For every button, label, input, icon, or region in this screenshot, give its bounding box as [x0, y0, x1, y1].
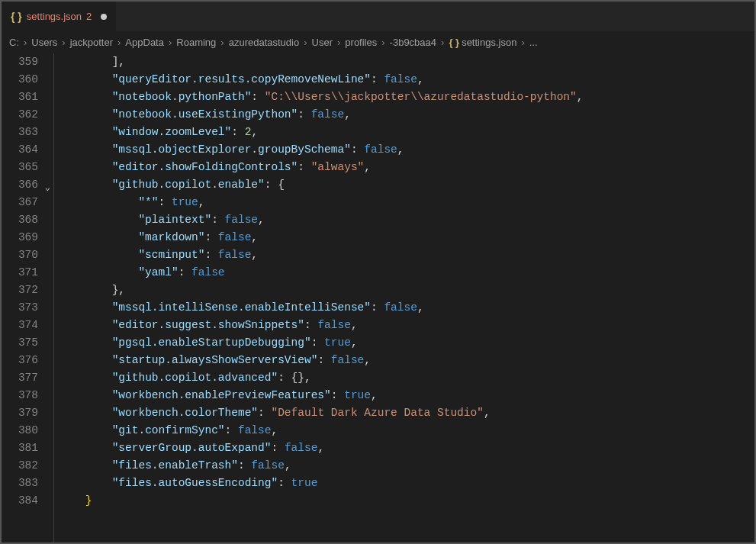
token-str: "C:\\Users\\jackpotter\\azuredatastudio-…	[265, 91, 577, 103]
code-line[interactable]: "editor.showFoldingControls": "always",	[59, 159, 754, 176]
code-line[interactable]: "queryEditor.results.copyRemoveNewLine":…	[59, 71, 754, 89]
tab-filename: settings.json	[27, 11, 82, 22]
chevron-right-icon: ›	[520, 37, 526, 48]
chevron-right-icon: ›	[60, 37, 66, 48]
breadcrumb-label: profiles	[345, 37, 377, 48]
code-line[interactable]: },	[59, 282, 754, 299]
line-number: 366⌄	[2, 176, 49, 194]
json-file-icon: { }	[11, 11, 22, 23]
token-punc: :	[265, 179, 278, 191]
token-punc: ,	[417, 73, 424, 85]
token-punc: :	[159, 196, 172, 208]
line-number: 383	[2, 475, 49, 492]
code-line[interactable]: "plaintext": false,	[59, 211, 754, 229]
code-line[interactable]: "workbench.colorTheme": "Default Dark Az…	[59, 404, 754, 422]
code-line[interactable]: }	[59, 492, 754, 510]
token-key: "workbench.enablePreviewFeatures"	[112, 389, 331, 401]
token-punc: ,	[317, 442, 324, 454]
line-number: 371	[2, 264, 49, 282]
code-line[interactable]: "notebook.pythonPath": "C:\\Users\\jackp…	[59, 89, 754, 106]
breadcrumb-label: settings.json	[462, 37, 516, 48]
json-file-icon: { }	[449, 37, 459, 48]
token-punc: :	[371, 301, 384, 314]
code-line[interactable]: "window.zoomLevel": 2,	[59, 124, 754, 141]
token-key: "notebook.useExistingPython"	[112, 108, 298, 121]
line-number: 360	[2, 71, 49, 89]
code-line[interactable]: "scminput": false,	[59, 246, 754, 264]
code-line[interactable]: "github.copilot.enable": {	[59, 176, 754, 194]
code-line[interactable]: ],	[59, 53, 754, 71]
token-bool: false	[225, 214, 259, 226]
chevron-right-icon: ›	[439, 37, 446, 48]
chevron-right-icon: ›	[22, 37, 28, 48]
token-punc: :	[231, 126, 244, 138]
token-punc: ,	[285, 459, 291, 472]
token-key: "github.copilot.advanced"	[112, 372, 278, 384]
token-punc: :	[371, 73, 384, 85]
breadcrumb-item[interactable]: azuredatastudio	[229, 37, 300, 48]
token-bool: true	[324, 336, 351, 349]
line-number: 381	[2, 439, 49, 457]
breadcrumb-item[interactable]: ...	[529, 37, 538, 48]
token-punc: :	[238, 459, 251, 472]
token-bool: false	[218, 249, 252, 261]
code-line[interactable]: "mssql.objectExplorer.groupBySchema": fa…	[59, 141, 754, 159]
editor[interactable]: 359360361362363364365366⌄367368369370371…	[2, 53, 754, 542]
tab-settings-json[interactable]: { } settings.json 2	[2, 2, 117, 31]
breadcrumb-item[interactable]: Roaming	[176, 37, 216, 48]
token-bool: false	[384, 73, 417, 85]
code-line[interactable]: "files.enableTrash": false,	[59, 457, 754, 475]
token-bool: false	[218, 231, 252, 243]
code-line[interactable]: "markdown": false,	[59, 229, 754, 246]
breadcrumb-item[interactable]: Users	[31, 37, 57, 48]
breadcrumb-label: azuredatastudio	[229, 37, 300, 48]
code-content[interactable]: ], "queryEditor.results.copyRemoveNewLin…	[53, 53, 754, 542]
line-number: 372	[2, 282, 49, 299]
token-punc: ,	[251, 126, 258, 138]
token-key: "mssql.objectExplorer.groupBySchema"	[112, 143, 351, 156]
dirty-indicator-icon[interactable]	[101, 14, 107, 20]
line-number: 363	[2, 124, 49, 141]
token-key: "workbench.colorTheme"	[112, 407, 258, 419]
breadcrumb-item[interactable]: AppData	[125, 37, 164, 48]
token-key: "pgsql.enableStartupDebugging"	[112, 336, 311, 349]
breadcrumb-item[interactable]: profiles	[345, 37, 377, 48]
code-line[interactable]: "git.confirmSync": false,	[59, 422, 754, 439]
code-line[interactable]: "yaml": false	[59, 264, 754, 282]
code-line[interactable]: "workbench.enablePreviewFeatures": true,	[59, 387, 754, 404]
token-key: "notebook.pythonPath"	[112, 91, 252, 103]
token-punc: :	[298, 161, 310, 173]
code-line[interactable]: "serverGroup.autoExpand": false,	[59, 439, 754, 457]
code-line[interactable]: "notebook.useExistingPython": false,	[59, 106, 754, 124]
token-key: "files.enableTrash"	[112, 459, 238, 472]
code-line[interactable]: "*": true,	[59, 194, 754, 211]
code-line[interactable]: "github.copilot.advanced": {},	[59, 369, 754, 387]
token-punc: :	[204, 231, 217, 243]
line-number: 377	[2, 369, 49, 387]
breadcrumb-label: User	[312, 37, 333, 48]
breadcrumb-item[interactable]: jackpotter	[70, 37, 113, 48]
code-line[interactable]: "files.autoGuessEncoding": true	[59, 475, 754, 492]
token-key: "serverGroup.autoExpand"	[112, 442, 272, 454]
token-punc: :	[351, 143, 364, 156]
chevron-right-icon: ›	[380, 37, 386, 48]
breadcrumb-item[interactable]: C:	[9, 37, 19, 48]
breadcrumb-label: AppData	[125, 37, 164, 48]
token-punc: :	[211, 214, 224, 226]
token-punc: :	[278, 477, 291, 489]
code-line[interactable]: "mssql.intelliSense.enableIntelliSense":…	[59, 299, 754, 317]
line-number: 369	[2, 229, 49, 246]
token-bool: false	[331, 354, 365, 366]
breadcrumb-item[interactable]: { }settings.json	[449, 37, 516, 48]
breadcrumb-item[interactable]: -3b9cbaa4	[390, 37, 436, 48]
token-key: "markdown"	[138, 231, 204, 243]
breadcrumb-item[interactable]: User	[312, 37, 333, 48]
token-punc: :	[278, 372, 291, 384]
code-line[interactable]: "editor.suggest.showSnippets": false,	[59, 317, 754, 334]
line-number: 368	[2, 211, 49, 229]
token-punc: ,	[371, 389, 378, 401]
token-punc: ,	[251, 249, 258, 261]
code-line[interactable]: "startup.alwaysShowServersView": false,	[59, 352, 754, 369]
code-line[interactable]: "pgsql.enableStartupDebugging": true,	[59, 334, 754, 352]
chevron-right-icon: ›	[167, 37, 173, 48]
